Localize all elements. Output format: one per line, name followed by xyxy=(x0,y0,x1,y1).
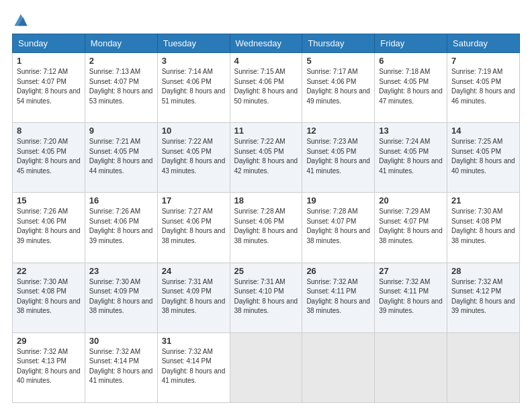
sunset-label: Sunset: 4:05 PM xyxy=(451,78,501,85)
calendar-cell: 30 Sunrise: 7:32 AM Sunset: 4:14 PM Dayl… xyxy=(85,332,157,402)
day-info: Sunrise: 7:12 AM Sunset: 4:07 PM Dayligh… xyxy=(17,67,81,106)
daylight-label: Daylight: 8 hours and 50 minutes. xyxy=(234,87,298,105)
daylight-label: Daylight: 8 hours and 38 minutes. xyxy=(89,298,153,315)
sunrise-label: Sunrise: 7:20 AM xyxy=(17,138,68,145)
calendar-cell: 7 Sunrise: 7:19 AM Sunset: 4:05 PM Dayli… xyxy=(447,53,520,123)
calendar-cell: 27 Sunrise: 7:32 AM Sunset: 4:11 PM Dayl… xyxy=(375,263,447,332)
sunset-label: Sunset: 4:09 PM xyxy=(89,287,139,295)
col-header-friday: Friday xyxy=(375,34,447,53)
calendar-cell: 8 Sunrise: 7:20 AM Sunset: 4:05 PM Dayli… xyxy=(13,123,85,193)
sunset-label: Sunset: 4:06 PM xyxy=(234,78,284,85)
sunset-label: Sunset: 4:05 PM xyxy=(379,148,429,155)
sunset-label: Sunset: 4:07 PM xyxy=(89,78,139,85)
day-info: Sunrise: 7:13 AM Sunset: 4:07 PM Dayligh… xyxy=(89,67,153,106)
day-number: 18 xyxy=(234,195,298,205)
sunrise-label: Sunrise: 7:31 AM xyxy=(162,278,213,285)
calendar-cell: 14 Sunrise: 7:25 AM Sunset: 4:05 PM Dayl… xyxy=(447,123,520,193)
day-info: Sunrise: 7:21 AM Sunset: 4:05 PM Dayligh… xyxy=(89,137,153,176)
calendar-week-2: 8 Sunrise: 7:20 AM Sunset: 4:05 PM Dayli… xyxy=(13,123,520,193)
sunrise-label: Sunrise: 7:31 AM xyxy=(234,278,285,285)
day-info: Sunrise: 7:31 AM Sunset: 4:10 PM Dayligh… xyxy=(234,277,298,316)
day-number: 20 xyxy=(379,195,443,205)
sunrise-label: Sunrise: 7:32 AM xyxy=(17,348,68,355)
daylight-label: Daylight: 8 hours and 38 minutes. xyxy=(451,227,515,244)
calendar-cell: 22 Sunrise: 7:30 AM Sunset: 4:08 PM Dayl… xyxy=(13,263,85,332)
daylight-label: Daylight: 8 hours and 38 minutes. xyxy=(17,298,81,315)
sunrise-label: Sunrise: 7:22 AM xyxy=(234,138,285,145)
day-info: Sunrise: 7:24 AM Sunset: 4:05 PM Dayligh… xyxy=(379,137,443,176)
sunset-label: Sunset: 4:06 PM xyxy=(306,78,356,85)
sunset-label: Sunset: 4:14 PM xyxy=(162,357,212,365)
day-info: Sunrise: 7:29 AM Sunset: 4:07 PM Dayligh… xyxy=(379,207,443,246)
day-number: 21 xyxy=(451,195,515,205)
day-info: Sunrise: 7:28 AM Sunset: 4:06 PM Dayligh… xyxy=(234,207,298,246)
calendar-cell: 28 Sunrise: 7:32 AM Sunset: 4:12 PM Dayl… xyxy=(447,263,520,332)
calendar-cell xyxy=(447,332,520,402)
daylight-label: Daylight: 8 hours and 39 minutes. xyxy=(17,227,81,244)
day-info: Sunrise: 7:20 AM Sunset: 4:05 PM Dayligh… xyxy=(17,137,81,176)
page-header xyxy=(12,12,520,27)
day-info: Sunrise: 7:28 AM Sunset: 4:07 PM Dayligh… xyxy=(306,207,370,246)
sunrise-label: Sunrise: 7:15 AM xyxy=(234,68,285,75)
day-number: 9 xyxy=(89,126,153,136)
daylight-label: Daylight: 8 hours and 41 minutes. xyxy=(379,157,443,175)
sunrise-label: Sunrise: 7:29 AM xyxy=(379,208,430,215)
calendar-cell: 19 Sunrise: 7:28 AM Sunset: 4:07 PM Dayl… xyxy=(302,193,375,263)
sunset-label: Sunset: 4:07 PM xyxy=(306,218,356,225)
calendar-cell: 24 Sunrise: 7:31 AM Sunset: 4:09 PM Dayl… xyxy=(157,263,230,332)
daylight-label: Daylight: 8 hours and 49 minutes. xyxy=(306,87,370,105)
daylight-label: Daylight: 8 hours and 44 minutes. xyxy=(89,157,153,175)
sunrise-label: Sunrise: 7:19 AM xyxy=(451,68,502,75)
sunrise-label: Sunrise: 7:30 AM xyxy=(89,278,140,285)
day-number: 24 xyxy=(162,266,226,276)
daylight-label: Daylight: 8 hours and 41 minutes. xyxy=(306,157,370,175)
daylight-label: Daylight: 8 hours and 39 minutes. xyxy=(89,227,153,244)
sunset-label: Sunset: 4:07 PM xyxy=(379,218,429,225)
day-info: Sunrise: 7:32 AM Sunset: 4:12 PM Dayligh… xyxy=(451,277,515,316)
sunrise-label: Sunrise: 7:22 AM xyxy=(162,138,213,145)
calendar-week-5: 29 Sunrise: 7:32 AM Sunset: 4:13 PM Dayl… xyxy=(13,332,520,402)
day-number: 29 xyxy=(17,336,81,346)
day-number: 5 xyxy=(306,56,370,66)
day-number: 23 xyxy=(89,266,153,276)
calendar-cell: 31 Sunrise: 7:32 AM Sunset: 4:14 PM Dayl… xyxy=(157,332,230,402)
sunset-label: Sunset: 4:05 PM xyxy=(234,148,284,155)
day-number: 12 xyxy=(306,126,370,136)
calendar-cell xyxy=(230,332,302,402)
sunrise-label: Sunrise: 7:32 AM xyxy=(379,278,430,285)
calendar-cell: 21 Sunrise: 7:30 AM Sunset: 4:08 PM Dayl… xyxy=(447,193,520,263)
sunset-label: Sunset: 4:07 PM xyxy=(17,78,66,85)
sunset-label: Sunset: 4:14 PM xyxy=(89,357,139,365)
sunrise-label: Sunrise: 7:21 AM xyxy=(89,138,140,145)
sunrise-label: Sunrise: 7:18 AM xyxy=(379,68,430,75)
sunrise-label: Sunrise: 7:32 AM xyxy=(306,278,357,285)
day-number: 30 xyxy=(89,336,153,346)
daylight-label: Daylight: 8 hours and 38 minutes. xyxy=(306,298,370,315)
sunrise-label: Sunrise: 7:30 AM xyxy=(17,278,68,285)
day-info: Sunrise: 7:30 AM Sunset: 4:09 PM Dayligh… xyxy=(89,277,153,316)
daylight-label: Daylight: 8 hours and 40 minutes. xyxy=(17,367,81,385)
calendar-cell: 10 Sunrise: 7:22 AM Sunset: 4:05 PM Dayl… xyxy=(157,123,230,193)
col-header-wednesday: Wednesday xyxy=(230,34,302,53)
day-info: Sunrise: 7:22 AM Sunset: 4:05 PM Dayligh… xyxy=(162,137,226,176)
sunset-label: Sunset: 4:05 PM xyxy=(89,148,139,155)
calendar-cell: 15 Sunrise: 7:26 AM Sunset: 4:06 PM Dayl… xyxy=(13,193,85,263)
calendar-cell: 16 Sunrise: 7:26 AM Sunset: 4:06 PM Dayl… xyxy=(85,193,157,263)
day-info: Sunrise: 7:15 AM Sunset: 4:06 PM Dayligh… xyxy=(234,67,298,106)
day-info: Sunrise: 7:32 AM Sunset: 4:14 PM Dayligh… xyxy=(162,347,226,386)
day-info: Sunrise: 7:23 AM Sunset: 4:05 PM Dayligh… xyxy=(306,137,370,176)
sunrise-label: Sunrise: 7:25 AM xyxy=(451,138,502,145)
day-info: Sunrise: 7:32 AM Sunset: 4:14 PM Dayligh… xyxy=(89,347,153,386)
calendar-cell: 25 Sunrise: 7:31 AM Sunset: 4:10 PM Dayl… xyxy=(230,263,302,332)
sunset-label: Sunset: 4:05 PM xyxy=(451,148,501,155)
day-number: 17 xyxy=(162,195,226,205)
logo-icon xyxy=(13,12,28,27)
day-info: Sunrise: 7:32 AM Sunset: 4:11 PM Dayligh… xyxy=(306,277,370,316)
sunrise-label: Sunrise: 7:12 AM xyxy=(17,68,68,75)
day-number: 28 xyxy=(451,266,515,276)
calendar-cell: 11 Sunrise: 7:22 AM Sunset: 4:05 PM Dayl… xyxy=(230,123,302,193)
day-info: Sunrise: 7:17 AM Sunset: 4:06 PM Dayligh… xyxy=(306,67,370,106)
day-number: 31 xyxy=(162,336,226,346)
daylight-label: Daylight: 8 hours and 45 minutes. xyxy=(17,157,81,175)
calendar-cell: 2 Sunrise: 7:13 AM Sunset: 4:07 PM Dayli… xyxy=(85,53,157,123)
